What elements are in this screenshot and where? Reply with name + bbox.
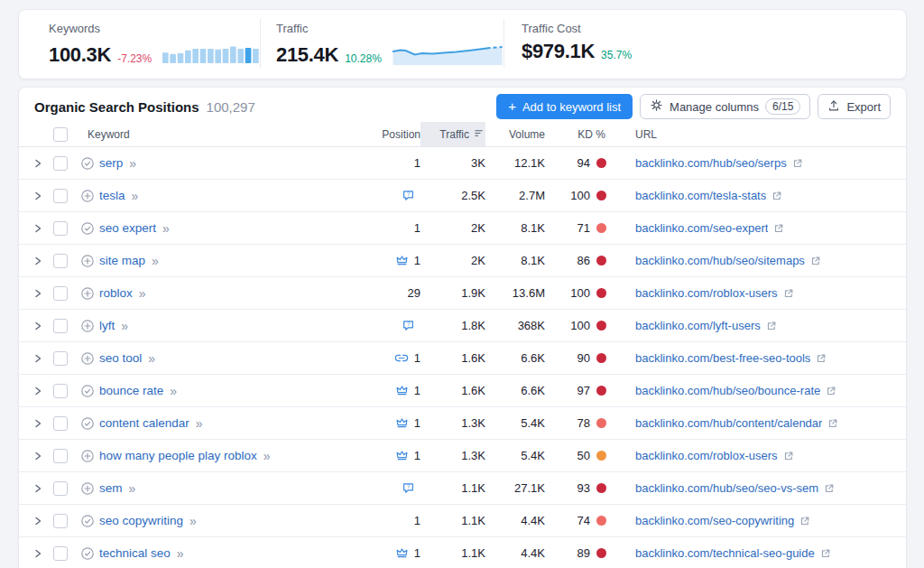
expand-chevron-icon[interactable]	[33, 158, 42, 169]
keyword-link[interactable]: lyft	[99, 319, 115, 332]
export-button[interactable]: Export	[818, 94, 891, 119]
external-link-icon[interactable]	[773, 223, 784, 234]
row-checkbox[interactable]	[53, 156, 68, 171]
column-header-kd[interactable]: KD %	[545, 122, 617, 146]
external-link-icon[interactable]	[799, 516, 810, 526]
plus-circle-icon[interactable]	[80, 319, 95, 333]
expand-chevron-icon[interactable]	[33, 548, 42, 559]
plus-circle-icon[interactable]	[80, 254, 95, 268]
keyword-link[interactable]: tesla	[99, 189, 125, 202]
url-link[interactable]: backlinko.com/hub/seo/seo-vs-sem	[635, 481, 818, 495]
column-header-volume[interactable]: Volume	[485, 122, 545, 146]
row-checkbox[interactable]	[53, 384, 68, 398]
expand-chevron-icon[interactable]	[33, 256, 42, 266]
external-link-icon[interactable]	[772, 191, 782, 201]
external-link-icon[interactable]	[827, 418, 838, 429]
double-chevron-icon[interactable]: »	[148, 351, 155, 366]
plus-circle-icon[interactable]	[80, 351, 95, 366]
external-link-icon[interactable]	[824, 483, 835, 494]
url-link[interactable]: backlinko.com/lyft-users	[635, 319, 761, 332]
double-chevron-icon[interactable]: »	[129, 481, 136, 496]
expand-chevron-icon[interactable]	[33, 223, 42, 234]
double-chevron-icon[interactable]: »	[152, 254, 159, 268]
external-link-icon[interactable]	[783, 288, 794, 299]
plus-circle-icon[interactable]	[80, 189, 95, 203]
keyword-link[interactable]: sem	[99, 481, 123, 495]
keyword-link[interactable]: site map	[99, 254, 145, 267]
keyword-link[interactable]: content calendar	[99, 416, 189, 430]
row-checkbox[interactable]	[53, 481, 68, 496]
row-checkbox[interactable]	[53, 449, 68, 463]
column-header-keyword[interactable]: Keyword	[77, 122, 330, 146]
double-chevron-icon[interactable]: »	[263, 449, 271, 463]
keyword-link[interactable]: serp	[99, 156, 123, 170]
check-circle-icon[interactable]	[80, 156, 95, 171]
plus-circle-icon[interactable]	[80, 286, 95, 301]
manage-columns-button[interactable]: Manage columns 6/15	[640, 94, 810, 119]
keyword-link[interactable]: seo expert	[99, 221, 156, 235]
url-link[interactable]: backlinko.com/tesla-stats	[635, 189, 766, 202]
row-checkbox[interactable]	[53, 319, 68, 333]
add-to-keyword-list-button[interactable]: + Add to keyword list	[496, 94, 633, 119]
double-chevron-icon[interactable]: »	[132, 189, 139, 203]
row-checkbox[interactable]	[53, 546, 68, 561]
double-chevron-icon[interactable]: »	[121, 319, 128, 333]
double-chevron-icon[interactable]: »	[177, 546, 184, 561]
double-chevron-icon[interactable]: »	[129, 156, 136, 171]
check-circle-icon[interactable]	[80, 416, 95, 431]
expand-chevron-icon[interactable]	[33, 353, 42, 364]
expand-chevron-icon[interactable]	[33, 451, 42, 461]
double-chevron-icon[interactable]: »	[170, 384, 177, 398]
url-link[interactable]: backlinko.com/technical-seo-guide	[635, 546, 815, 560]
row-checkbox[interactable]	[53, 221, 68, 236]
select-all-checkbox[interactable]	[53, 127, 68, 142]
keyword-link[interactable]: bounce rate	[99, 384, 163, 397]
keyword-link[interactable]: seo copywriting	[99, 514, 183, 527]
expand-chevron-icon[interactable]	[33, 191, 42, 201]
url-link[interactable]: backlinko.com/seo-expert	[635, 221, 768, 235]
expand-chevron-icon[interactable]	[33, 516, 42, 526]
double-chevron-icon[interactable]: »	[139, 286, 146, 301]
row-checkbox[interactable]	[53, 286, 68, 301]
plus-circle-icon[interactable]	[80, 449, 95, 463]
check-circle-icon[interactable]	[80, 384, 95, 398]
row-checkbox[interactable]	[53, 351, 68, 366]
external-link-icon[interactable]	[816, 353, 827, 364]
keyword-link[interactable]: how many people play roblox	[99, 449, 257, 462]
external-link-icon[interactable]	[810, 256, 821, 266]
double-chevron-icon[interactable]: »	[196, 416, 203, 431]
column-header-position[interactable]: Position	[330, 122, 420, 146]
expand-chevron-icon[interactable]	[33, 386, 42, 396]
plus-circle-icon[interactable]	[80, 481, 95, 496]
row-checkbox[interactable]	[53, 416, 68, 431]
check-circle-icon[interactable]	[80, 514, 95, 528]
url-link[interactable]: backlinko.com/hub/seo/sitemaps	[635, 254, 805, 267]
url-link[interactable]: backlinko.com/hub/seo/bounce-rate	[635, 384, 820, 397]
row-checkbox[interactable]	[53, 514, 68, 528]
url-link[interactable]: backlinko.com/seo-copywriting	[635, 514, 794, 527]
external-link-icon[interactable]	[783, 451, 794, 461]
keyword-link[interactable]: technical seo	[99, 546, 171, 560]
external-link-icon[interactable]	[766, 321, 777, 331]
keyword-link[interactable]: seo tool	[99, 351, 142, 365]
row-checkbox[interactable]	[53, 189, 68, 203]
expand-chevron-icon[interactable]	[33, 321, 42, 331]
url-link[interactable]: backlinko.com/hub/content/calendar	[635, 416, 822, 430]
url-link[interactable]: backlinko.com/best-free-seo-tools	[635, 351, 810, 365]
expand-chevron-icon[interactable]	[33, 288, 42, 299]
double-chevron-icon[interactable]: »	[189, 514, 197, 528]
expand-chevron-icon[interactable]	[33, 483, 42, 494]
double-chevron-icon[interactable]: »	[162, 221, 170, 236]
external-link-icon[interactable]	[820, 548, 831, 559]
url-link[interactable]: backlinko.com/hub/seo/serps	[635, 156, 787, 170]
keyword-link[interactable]: roblox	[99, 286, 133, 300]
check-circle-icon[interactable]	[80, 546, 95, 561]
url-link[interactable]: backlinko.com/roblox-users	[635, 286, 778, 300]
check-circle-icon[interactable]	[80, 221, 95, 236]
url-link[interactable]: backlinko.com/roblox-users	[635, 449, 778, 462]
row-checkbox[interactable]	[53, 254, 68, 268]
external-link-icon[interactable]	[826, 386, 836, 396]
column-header-traffic[interactable]: Traffic	[420, 122, 485, 146]
external-link-icon[interactable]	[792, 158, 803, 169]
expand-chevron-icon[interactable]	[33, 418, 42, 429]
